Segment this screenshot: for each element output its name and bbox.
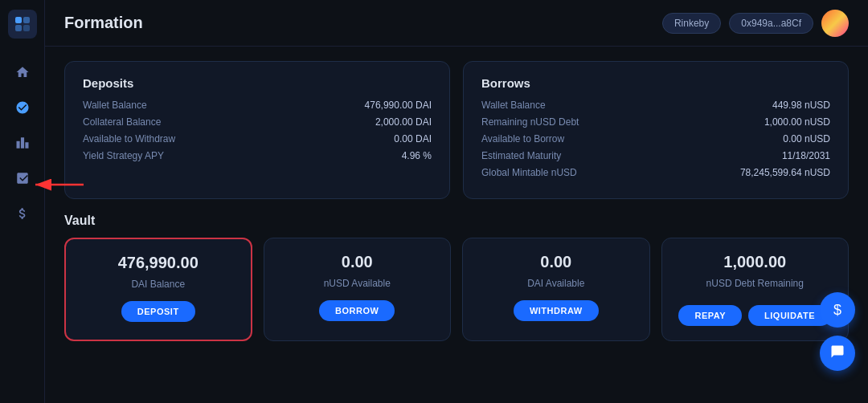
deposit-value-3: 4.96 % (402, 150, 432, 161)
borrow-label-4: Global Mintable nUSD (481, 167, 577, 178)
content-area: Deposits Wallet Balance 476,990.00 DAI C… (45, 47, 868, 403)
vault-cards-grid: 476,990.00 DAI Balance DEPOSIT 0.00 nUSD… (64, 238, 849, 341)
sidebar (0, 0, 45, 403)
svg-rect-0 (15, 17, 22, 23)
vault-title: Vault (64, 214, 849, 228)
logo[interactable] (8, 10, 37, 39)
borrows-title: Borrows (481, 76, 830, 90)
wallet-address-badge[interactable]: 0x949a...a8Cf (729, 13, 813, 34)
borrow-row-0: Wallet Balance 449.98 nUSD (481, 100, 830, 111)
dollar-icon: $ (833, 302, 841, 319)
vault-card-dai-available: 0.00 DAI Available WITHDRAW (462, 238, 650, 341)
sidebar-item-dollar[interactable] (8, 199, 37, 228)
deposit-value-2: 0.00 DAI (394, 133, 432, 145)
vault-section: Vault 476,990.00 DAI Balance DEPOSIT 0.0… (64, 214, 849, 341)
sidebar-item-home[interactable] (8, 58, 37, 87)
deposit-row-2: Available to Withdraw 0.00 DAI (83, 133, 432, 145)
svg-rect-3 (23, 25, 30, 31)
deposit-row-0: Wallet Balance 476,990.00 DAI (83, 100, 432, 111)
vault-card-label-1: nUSD Available (324, 278, 391, 289)
sidebar-item-mint[interactable] (8, 164, 37, 193)
vault-card-value-1: 0.00 (342, 253, 373, 271)
fab-chat-button[interactable] (820, 336, 855, 371)
borrows-card: Borrows Wallet Balance 449.98 nUSD Remai… (463, 61, 849, 199)
borrow-label-0: Wallet Balance (481, 100, 546, 111)
vault-card-dai-balance: 476,990.00 DAI Balance DEPOSIT (64, 238, 252, 341)
borrow-row-1: Remaining nUSD Debt 1,000.00 nUSD (481, 116, 830, 128)
deposit-value-0: 476,990.00 DAI (365, 100, 432, 111)
network-badge[interactable]: Rinkeby (662, 13, 721, 34)
deposits-title: Deposits (83, 76, 432, 90)
liquidate-button[interactable]: LIQUIDATE (748, 305, 831, 326)
header: Formation Rinkeby 0x949a...a8Cf (45, 0, 868, 47)
svg-rect-1 (23, 17, 30, 23)
borrow-row-3: Estimated Maturity 11/18/2031 (481, 150, 830, 161)
deposit-button[interactable]: DEPOSIT (121, 301, 195, 322)
sidebar-item-formation[interactable] (8, 93, 37, 122)
borrow-button[interactable]: BORROW (319, 300, 395, 321)
borrow-value-3: 11/18/2031 (782, 150, 830, 161)
page-title: Formation (64, 14, 143, 32)
borrow-value-2: 0.00 nUSD (783, 133, 830, 145)
borrow-label-1: Remaining nUSD Debt (481, 116, 579, 128)
vault-card-value-3: 1,000.00 (723, 253, 786, 271)
borrow-row-2: Available to Borrow 0.00 nUSD (481, 133, 830, 145)
vault-card-label-0: DAI Balance (131, 279, 185, 290)
borrow-value-0: 449.98 nUSD (772, 100, 830, 111)
fab-container: $ (820, 292, 855, 371)
borrow-label-3: Estimated Maturity (481, 150, 561, 161)
deposit-row-3: Yield Strategy APY 4.96 % (83, 150, 432, 161)
deposit-label-0: Wallet Balance (83, 100, 147, 111)
borrow-label-2: Available to Borrow (481, 133, 564, 145)
svg-rect-2 (15, 25, 22, 31)
deposit-label-3: Yield Strategy APY (83, 150, 164, 161)
withdraw-button[interactable]: WITHDRAW (514, 300, 599, 321)
vault-card-3-buttons: REPAY LIQUIDATE (678, 300, 831, 326)
borrow-value-1: 1,000.00 nUSD (764, 116, 830, 128)
header-controls: Rinkeby 0x949a...a8Cf (662, 10, 849, 37)
main-content: Formation Rinkeby 0x949a...a8Cf Deposits… (45, 0, 868, 403)
borrow-row-4: Global Mintable nUSD 78,245,599.64 nUSD (481, 167, 830, 178)
sidebar-item-transfer[interactable] (8, 128, 37, 157)
info-cards-row: Deposits Wallet Balance 476,990.00 DAI C… (64, 61, 849, 199)
chat-icon (830, 344, 845, 363)
vault-card-label-2: DAI Available (527, 278, 584, 289)
vault-card-value-0: 476,990.00 (118, 254, 199, 272)
fab-dollar-button[interactable]: $ (820, 292, 855, 328)
deposit-row-1: Collateral Balance 2,000.00 DAI (83, 116, 432, 128)
deposits-card: Deposits Wallet Balance 476,990.00 DAI C… (64, 61, 450, 199)
deposit-label-2: Available to Withdraw (83, 133, 175, 145)
vault-card-label-3: nUSD Debt Remaining (706, 278, 804, 289)
vault-card-nusd-available: 0.00 nUSD Available BORROW (264, 238, 452, 341)
deposit-label-1: Collateral Balance (83, 116, 161, 128)
avatar[interactable] (821, 10, 849, 37)
borrow-value-4: 78,245,599.64 nUSD (740, 167, 830, 178)
deposit-value-1: 2,000.00 DAI (375, 116, 432, 128)
vault-card-value-2: 0.00 (540, 253, 571, 271)
repay-button[interactable]: REPAY (678, 305, 742, 326)
